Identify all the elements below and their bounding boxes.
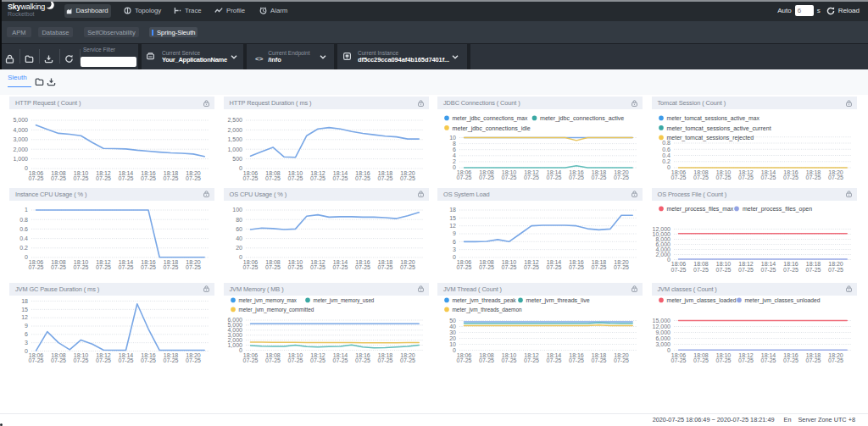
svg-text:07-25: 07-25: [96, 175, 111, 181]
svg-text:0: 0: [25, 254, 28, 260]
svg-text:meter_tomcat_sessions_active_m: meter_tomcat_sessions_active_max: [666, 114, 760, 122]
svg-text:07-25: 07-25: [715, 174, 731, 180]
svg-text:07-25: 07-25: [287, 264, 303, 270]
svg-text:07-25: 07-25: [569, 264, 584, 270]
svg-text:07-25: 07-25: [186, 175, 201, 181]
svg-text:meter_jvm_memory_used: meter_jvm_memory_used: [313, 296, 374, 304]
svg-text:07-25: 07-25: [828, 266, 843, 272]
svg-text:6: 6: [25, 331, 28, 337]
svg-text:07-25: 07-25: [569, 174, 584, 180]
svg-text:1,500: 1,500: [227, 136, 242, 142]
svg-text:07-25: 07-25: [592, 174, 607, 180]
svg-text:07-25: 07-25: [119, 175, 134, 181]
svg-text:07-25: 07-25: [614, 357, 629, 363]
svg-text:07-25: 07-25: [502, 264, 517, 270]
svg-text:07-25: 07-25: [141, 264, 156, 270]
svg-text:meter_jdbc_connections_active: meter_jdbc_connections_active: [540, 114, 624, 122]
svg-text:meter_jdbc_connections_max: meter_jdbc_connections_max: [453, 114, 528, 122]
svg-text:5,000: 5,000: [13, 117, 28, 123]
svg-text:0: 0: [25, 165, 28, 171]
svg-text:07-25: 07-25: [51, 175, 66, 181]
svg-text:07-25: 07-25: [805, 174, 821, 180]
svg-text:0: 0: [25, 347, 28, 353]
svg-text:12: 12: [21, 314, 28, 320]
svg-text:12: 12: [449, 222, 456, 228]
svg-text:8: 8: [453, 141, 456, 147]
svg-text:07-25: 07-25: [96, 264, 111, 270]
svg-text:meter_jdbc_connections_idle: meter_jdbc_connections_idle: [453, 124, 531, 132]
svg-text:0: 0: [453, 164, 456, 170]
svg-text:15: 15: [21, 306, 28, 312]
svg-text:07-25: 07-25: [164, 264, 179, 270]
svg-text:07-25: 07-25: [547, 264, 562, 270]
svg-text:15,000: 15,000: [652, 317, 670, 323]
svg-text:9: 9: [25, 323, 28, 329]
svg-text:07-25: 07-25: [457, 357, 472, 363]
svg-text:2,500: 2,500: [227, 117, 242, 123]
svg-text:07-25: 07-25: [783, 357, 798, 363]
svg-text:07-25: 07-25: [310, 175, 326, 181]
svg-text:1,000: 1,000: [227, 147, 242, 152]
svg-text:07-25: 07-25: [457, 174, 472, 180]
svg-text:07-25: 07-25: [141, 175, 156, 181]
svg-text:07-25: 07-25: [355, 175, 370, 181]
svg-text:07-25: 07-25: [783, 174, 798, 180]
svg-text:2,000: 2,000: [227, 127, 242, 133]
svg-text:500: 500: [232, 156, 242, 162]
svg-text:07-25: 07-25: [400, 357, 415, 363]
svg-text:07-25: 07-25: [265, 357, 281, 363]
svg-text:07-25: 07-25: [29, 357, 44, 363]
svg-text:20: 20: [449, 335, 456, 340]
svg-text:07-25: 07-25: [805, 266, 821, 272]
svg-text:0: 0: [239, 165, 242, 171]
svg-text:3,000: 3,000: [655, 340, 670, 346]
svg-text:1,000: 1,000: [13, 156, 28, 162]
svg-text:07-25: 07-25: [592, 357, 607, 363]
svg-text:07-25: 07-25: [693, 174, 709, 180]
svg-text:3: 3: [25, 339, 28, 345]
svg-text:07-25: 07-25: [377, 175, 392, 181]
svg-text:0.8: 0.8: [19, 216, 28, 222]
svg-text:07-25: 07-25: [377, 264, 392, 270]
svg-text:6: 6: [453, 238, 456, 244]
svg-text:07-25: 07-25: [693, 357, 709, 363]
svg-text:07-25: 07-25: [74, 357, 89, 363]
svg-text:6: 6: [453, 147, 456, 152]
svg-text:07-25: 07-25: [51, 264, 66, 270]
svg-text:60: 60: [236, 225, 242, 231]
svg-text:07-25: 07-25: [592, 264, 607, 270]
svg-text:07-25: 07-25: [828, 357, 843, 363]
svg-text:07-25: 07-25: [479, 264, 494, 270]
svg-text:18: 18: [21, 297, 28, 303]
svg-text:07-25: 07-25: [242, 357, 258, 363]
svg-text:0: 0: [667, 164, 670, 170]
svg-text:07-25: 07-25: [96, 357, 111, 363]
svg-text:07-25: 07-25: [332, 175, 348, 181]
svg-text:07-25: 07-25: [760, 357, 776, 363]
svg-text:07-25: 07-25: [265, 264, 281, 270]
svg-text:07-25: 07-25: [332, 357, 348, 363]
svg-text:07-25: 07-25: [738, 266, 754, 272]
svg-text:07-25: 07-25: [783, 266, 798, 272]
svg-text:15: 15: [449, 214, 456, 220]
svg-text:4,000: 4,000: [13, 127, 28, 133]
svg-text:10: 10: [449, 340, 456, 346]
svg-text:07-25: 07-25: [502, 174, 517, 180]
svg-text:9,000: 9,000: [655, 329, 670, 335]
svg-text:meter_tomcat_sessions_rejected: meter_tomcat_sessions_rejected: [666, 134, 754, 141]
svg-text:07-25: 07-25: [242, 264, 258, 270]
svg-text:meter_jvm_threads_daemon: meter_jvm_threads_daemon: [453, 306, 522, 313]
svg-text:0: 0: [239, 346, 242, 352]
svg-text:meter_process_files_open: meter_process_files_open: [743, 205, 812, 213]
svg-text:meter_process_files_max: meter_process_files_max: [666, 205, 733, 213]
svg-text:07-25: 07-25: [186, 264, 201, 270]
svg-text:20: 20: [236, 245, 242, 251]
svg-text:meter_tomcat_sessions_active_c: meter_tomcat_sessions_active_current: [666, 124, 771, 132]
svg-text:meter_jvm_threads_live: meter_jvm_threads_live: [526, 296, 590, 304]
svg-text:07-25: 07-25: [400, 175, 415, 181]
svg-text:07-25: 07-25: [524, 264, 539, 270]
svg-text:0.2: 0.2: [19, 245, 28, 251]
svg-text:07-25: 07-25: [119, 357, 134, 363]
svg-text:meter_jvm_classes_loaded: meter_jvm_classes_loaded: [666, 296, 736, 304]
svg-text:07-25: 07-25: [670, 266, 686, 272]
